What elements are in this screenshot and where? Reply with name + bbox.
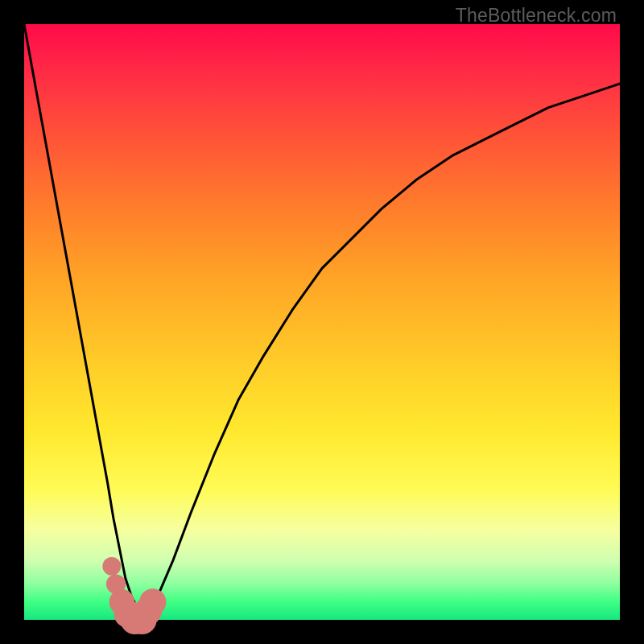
chart-frame: TheBottleneck.com xyxy=(0,0,644,644)
bottleneck-curve-svg xyxy=(24,24,620,620)
plot-area xyxy=(24,24,620,620)
marker-layer xyxy=(102,557,166,634)
watermark-text: TheBottleneck.com xyxy=(456,5,617,27)
curve-marker xyxy=(102,557,121,576)
bottleneck-curve xyxy=(24,24,620,620)
curve-marker xyxy=(139,588,166,615)
